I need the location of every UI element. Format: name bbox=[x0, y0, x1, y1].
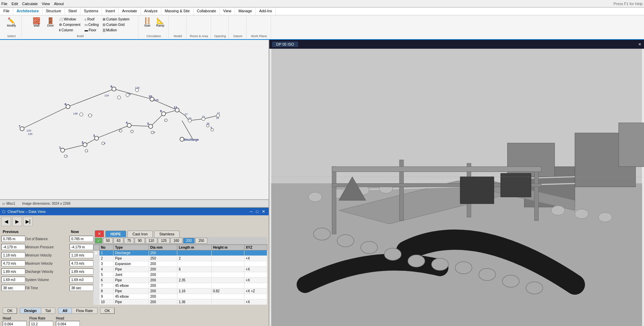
menu-about[interactable]: About bbox=[54, 2, 64, 6]
close-pipe-tab-button[interactable]: ✕ bbox=[95, 230, 104, 237]
size-50-tab[interactable]: 50 bbox=[103, 238, 113, 244]
table-row[interactable]: 10Pipe2001.36+X bbox=[94, 299, 267, 305]
window-button[interactable]: ⬜ Window bbox=[57, 17, 82, 22]
table-row[interactable]: 3Expansion200 bbox=[94, 261, 267, 267]
cell-dia: 200 bbox=[149, 272, 177, 278]
tab-file[interactable]: File bbox=[0, 7, 13, 15]
svg-point-92 bbox=[408, 255, 425, 267]
menu-view[interactable]: View bbox=[42, 2, 50, 6]
table-row[interactable]: 8Pipe2001.160.82+X +Z bbox=[94, 289, 267, 294]
ceiling-button[interactable]: ▭ Ceiling bbox=[83, 22, 101, 27]
modify-button[interactable]: ✏️ Modify bbox=[5, 17, 18, 28]
ok-right-button[interactable]: OK bbox=[100, 308, 115, 314]
flow-rate-input[interactable] bbox=[29, 321, 53, 326]
svg-point-42 bbox=[149, 124, 153, 128]
nav-last-button[interactable]: ▶| bbox=[23, 217, 33, 226]
ramp-button[interactable]: 📐 Ramp bbox=[154, 17, 166, 28]
table-row[interactable]: ▶1Discharge250 bbox=[94, 250, 267, 256]
cell-length bbox=[177, 250, 211, 256]
menu-calculate[interactable]: Calculate bbox=[22, 2, 38, 6]
mullion-button[interactable]: ||| Mullion bbox=[101, 28, 131, 33]
tail-button[interactable]: Tail bbox=[41, 308, 55, 313]
ribbon-group-build: 🧱 Wall 🚪 Door ⬜ Window bbox=[23, 16, 138, 38]
size-250-tab[interactable]: 250 bbox=[195, 238, 207, 244]
tab-systems[interactable]: Systems bbox=[80, 7, 102, 15]
size-90-tab[interactable]: 90 bbox=[135, 238, 145, 244]
stat-max-velocity-now: 4.73 m/s bbox=[70, 260, 93, 267]
table-row[interactable]: 4Pipe2006+X bbox=[94, 267, 267, 272]
ribbon-content: ✏️ Modify Select 🧱 Wall 🚪 D bbox=[0, 15, 644, 39]
ribbon-group-opening: Opening bbox=[212, 16, 229, 38]
roof-label: Roof bbox=[87, 17, 94, 21]
stair-button[interactable]: 🪜 Stair bbox=[141, 17, 153, 28]
tab-view[interactable]: View bbox=[220, 7, 235, 15]
diagram-area[interactable]: 7 133 135 8 128 126 9 120 124 bbox=[0, 40, 269, 200]
cell-xyz bbox=[244, 283, 267, 289]
ok-left-button[interactable]: OK bbox=[3, 308, 17, 314]
revit-close-button[interactable]: ✕ bbox=[638, 42, 641, 47]
col-xyz: XYZ bbox=[244, 245, 267, 250]
tab-structure[interactable]: Structure bbox=[43, 7, 65, 15]
minimize-button[interactable]: ─ bbox=[248, 209, 254, 214]
size-63-tab[interactable]: 63 bbox=[114, 238, 123, 244]
size-160-tab[interactable]: 160 bbox=[170, 238, 182, 244]
hdpe-tab[interactable]: HDPE bbox=[105, 231, 126, 237]
tab-insert[interactable]: Insert bbox=[102, 7, 119, 15]
menu-file[interactable]: File bbox=[1, 2, 8, 6]
cell-type: Pipe bbox=[114, 278, 149, 283]
close-button[interactable]: ✕ bbox=[260, 209, 267, 214]
tab-collaborate[interactable]: Collaborate bbox=[194, 7, 220, 15]
floor-button[interactable]: ▬ Floor bbox=[83, 28, 101, 33]
restore-button[interactable]: □ bbox=[255, 209, 260, 214]
svg-text:8: 8 bbox=[65, 103, 66, 106]
curtain-system-button[interactable]: ⊞ Curtain System bbox=[101, 17, 131, 22]
all-button[interactable]: All bbox=[58, 308, 72, 313]
revit-tab[interactable]: DP 05 ISO bbox=[272, 42, 298, 47]
wall-button[interactable]: 🧱 Wall bbox=[29, 17, 44, 28]
tab-manage[interactable]: Manage bbox=[235, 7, 256, 15]
cast-iron-tab[interactable]: Cast Iron bbox=[128, 231, 153, 237]
system-volume-label: System Volume bbox=[25, 278, 59, 282]
size-110-tab[interactable]: 110 bbox=[146, 238, 158, 244]
size-125-tab[interactable]: 125 bbox=[158, 238, 170, 244]
tab-addins[interactable]: Add-Ins bbox=[256, 7, 276, 15]
table-row[interactable]: 2Pipe2502+X bbox=[94, 256, 267, 261]
checkmark-button[interactable]: ✓ bbox=[95, 238, 102, 244]
tab-analyze[interactable]: Analyze bbox=[141, 7, 161, 15]
tab-annotate[interactable]: Annotate bbox=[119, 7, 141, 15]
flow-rate-button[interactable]: Flow Rate bbox=[72, 308, 97, 313]
table-row[interactable]: 5Joint200 bbox=[94, 272, 267, 278]
head-right-input[interactable] bbox=[56, 321, 80, 326]
tab-massing[interactable]: Massing & Site bbox=[161, 7, 193, 15]
roof-button[interactable]: ⌂ Roof bbox=[83, 17, 101, 22]
tab-architecture[interactable]: Architecture bbox=[13, 7, 43, 15]
pipe-tabs: ✕ HDPE Cast Iron Stainless bbox=[93, 229, 267, 237]
door-button[interactable]: 🚪 Door bbox=[44, 17, 57, 28]
stainless-tab[interactable]: Stainless bbox=[154, 231, 180, 237]
svg-rect-81 bbox=[619, 123, 644, 167]
stat-fill-time-prev: 38 sec bbox=[1, 284, 25, 292]
curtain-grid-button[interactable]: ⊟ Curtain Grid bbox=[101, 22, 131, 27]
cell-length bbox=[177, 272, 211, 278]
tab-steel[interactable]: Steel bbox=[65, 7, 80, 15]
revit-viewport[interactable] bbox=[269, 49, 644, 326]
size-75-tab[interactable]: 75 bbox=[124, 238, 134, 244]
column-button[interactable]: Ⅱ Column bbox=[57, 28, 82, 33]
svg-text:108: 108 bbox=[154, 98, 159, 102]
diagram-title: ▷ Misc1 bbox=[3, 202, 15, 205]
pipe-table[interactable]: No Type Dia mm Length m Height m XYZ ▶1D… bbox=[93, 245, 267, 305]
menu-edit[interactable]: Edit bbox=[12, 2, 18, 6]
svg-point-93 bbox=[432, 258, 448, 270]
head-left-input[interactable] bbox=[3, 321, 27, 326]
component-button[interactable]: ⚙ Component bbox=[57, 22, 82, 27]
table-row[interactable]: 745 elbow200 bbox=[94, 283, 267, 289]
design-button[interactable]: Design bbox=[20, 308, 41, 313]
size-200-tab[interactable]: 200 bbox=[183, 238, 195, 244]
table-row[interactable]: 945 elbow200 bbox=[94, 294, 267, 299]
svg-text:5: 5 bbox=[147, 122, 149, 125]
nav-forward-button[interactable]: ▶ bbox=[12, 217, 22, 226]
ribbon-group-workplane: Work Plane bbox=[247, 16, 271, 38]
table-row[interactable]: 6Pipe2002.35+X bbox=[94, 278, 267, 283]
nav-back-button[interactable]: ◀ bbox=[1, 217, 11, 226]
svg-point-55 bbox=[102, 142, 104, 145]
